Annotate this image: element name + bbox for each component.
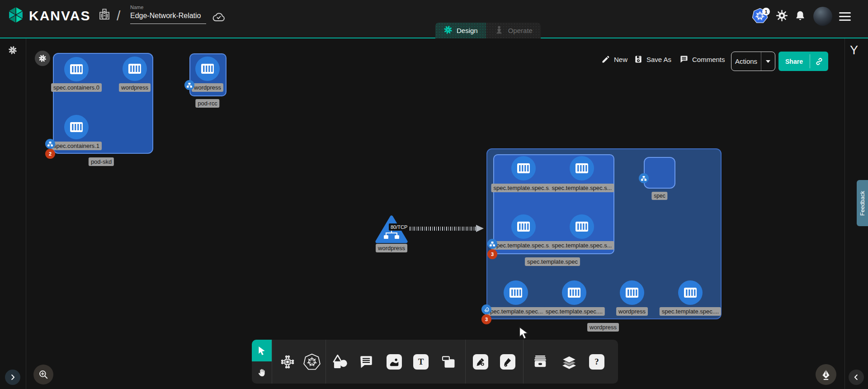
node-label: spec.template.spec.s...: [550, 241, 614, 250]
tab-design[interactable]: Design: [435, 23, 486, 38]
components-tool-button[interactable]: [279, 340, 296, 384]
save-as-button[interactable]: Save As: [634, 55, 671, 64]
container-node[interactable]: [620, 280, 644, 305]
share-nodes-icon: [639, 173, 649, 183]
chip-icon: [279, 354, 296, 370]
node-label: spec.template.spec.s...: [550, 184, 614, 192]
container-node[interactable]: [570, 156, 594, 180]
error-count-badge[interactable]: 3: [481, 314, 491, 324]
container-icon: [517, 222, 530, 232]
brand[interactable]: KANVAS: [7, 6, 90, 25]
container-node[interactable]: [64, 115, 89, 139]
error-count-badge[interactable]: 2: [45, 149, 55, 159]
hand-icon: [257, 368, 267, 378]
container-node[interactable]: [562, 280, 586, 305]
container-icon: [509, 288, 522, 298]
feedback-label: Feedback: [859, 191, 866, 216]
container-icon: [684, 288, 697, 298]
share-button[interactable]: Share: [778, 52, 828, 71]
service-node[interactable]: [375, 215, 408, 246]
drawer-icon: [532, 354, 548, 370]
shapes-tool-button[interactable]: [332, 340, 348, 384]
note-tool-button[interactable]: [441, 340, 456, 384]
container-node[interactable]: [678, 280, 703, 305]
container-node[interactable]: [64, 57, 89, 81]
share-nodes-icon: [487, 239, 497, 249]
help-tool-button[interactable]: ?: [589, 340, 604, 384]
container-node[interactable]: [570, 214, 594, 239]
text-tool-button[interactable]: T: [413, 340, 429, 384]
expand-left-panel-button[interactable]: [5, 370, 20, 385]
actions-button[interactable]: Actions: [731, 52, 775, 71]
container-icon: [70, 122, 83, 132]
drawer-tool-button[interactable]: [532, 340, 548, 384]
node-label: wordpress: [119, 83, 151, 92]
actions-dropdown-toggle[interactable]: [761, 60, 775, 63]
edge-arrowhead-icon: [476, 225, 484, 232]
comment-tool-button[interactable]: [359, 340, 374, 384]
cursor-icon: [258, 346, 266, 356]
comments-button[interactable]: Comments: [679, 55, 725, 64]
layers-tool-button[interactable]: [561, 340, 577, 384]
pan-tool-button[interactable]: [252, 361, 272, 384]
share-nodes-icon: [184, 80, 194, 90]
chevron-down-icon: [766, 60, 770, 63]
container-icon: [70, 64, 83, 74]
design-name-value[interactable]: Edge-Network-Relatio: [130, 12, 206, 24]
notifications-bell-icon[interactable]: [794, 10, 806, 24]
pen-tool-button[interactable]: [473, 340, 488, 384]
zoom-in-button[interactable]: [33, 365, 53, 384]
breadcrumb-separator: /: [117, 8, 120, 24]
new-button[interactable]: New: [601, 55, 627, 64]
link-icon: [814, 57, 824, 66]
organization-icon[interactable]: [98, 7, 111, 23]
user-avatar[interactable]: [813, 7, 832, 26]
network-edge[interactable]: [408, 227, 476, 231]
container-node[interactable]: [511, 156, 536, 180]
shapes-icon: [332, 354, 348, 370]
collapse-right-panel-button[interactable]: [849, 370, 864, 385]
kubernetes-context-count-badge[interactable]: 1: [762, 8, 770, 15]
mouse-cursor: [518, 327, 530, 341]
toolbar-divider: [326, 340, 326, 384]
right-rail-divider: [844, 38, 845, 389]
canvas-flower-button[interactable]: [35, 51, 50, 66]
kubernetes-tool-button[interactable]: [303, 340, 321, 384]
container-node[interactable]: [511, 214, 536, 239]
comment-icon: [679, 55, 689, 64]
node-label: spec.containers.0: [51, 83, 102, 92]
container-icon: [576, 222, 588, 232]
help-glyph: ?: [589, 354, 604, 370]
container-icon: [568, 288, 580, 298]
toolbar-divider: [272, 340, 272, 384]
left-rail-divider: [26, 38, 26, 389]
pencil-scribble-icon: [502, 356, 513, 367]
group-spec[interactable]: [644, 157, 675, 189]
container-node[interactable]: [504, 280, 528, 305]
container-icon: [517, 163, 530, 173]
app-header: KANVAS / Name Edge-Network-Relatio: [0, 0, 868, 38]
hamburger-menu-icon[interactable]: [839, 12, 851, 21]
feedback-tab[interactable]: Feedback: [857, 180, 868, 226]
save-as-label: Save As: [646, 56, 671, 63]
select-tool-button[interactable]: [252, 340, 272, 361]
note-icon: [441, 354, 456, 370]
freehand-tool-button[interactable]: [500, 340, 515, 384]
copy-link-button[interactable]: [810, 57, 828, 66]
pen-nib-button[interactable]: [816, 364, 836, 385]
settings-gear-icon[interactable]: [776, 9, 788, 24]
tab-operate[interactable]: Operate: [486, 23, 541, 38]
share-label: Share: [778, 58, 810, 65]
floppy-icon: [634, 55, 643, 64]
container-node[interactable]: [195, 57, 220, 81]
container-node[interactable]: [123, 57, 147, 81]
kanvas-logo-icon: [7, 6, 24, 25]
design-name-field[interactable]: Name Edge-Network-Relatio: [130, 5, 206, 24]
group-label: spec.template.spec: [525, 257, 580, 266]
error-count-badge[interactable]: 3: [487, 249, 497, 259]
node-label: spec.containers.1: [51, 142, 102, 150]
text-tool-glyph: T: [413, 354, 429, 370]
history-spiral-icon[interactable]: [8, 46, 17, 57]
image-tool-button[interactable]: [387, 340, 402, 384]
design-spiral-icon: [443, 25, 453, 36]
